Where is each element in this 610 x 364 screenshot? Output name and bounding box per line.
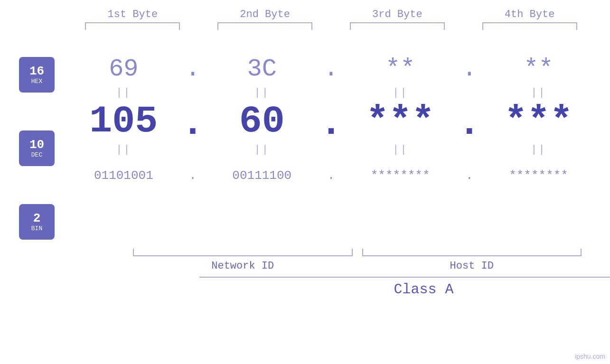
bracket-1 [85,22,180,30]
hex-b3-value: ** [385,55,415,83]
dec-b1-cell: 105 [71,100,176,143]
hex-badge-label: HEX [31,78,42,85]
eq1-b4: || [487,87,591,99]
dec-b2-cell: 60 [210,100,314,143]
class-row: Class A [199,277,610,298]
bin-b3-value: ******** [371,168,430,183]
bin-badge-label: BIN [31,225,42,232]
bin-b1-cell: 01101001 [71,168,176,183]
eq2-b3: || [348,144,452,156]
bracket-2 [217,22,312,30]
byte-headers: 1st Byte 2nd Byte 3rd Byte 4th Byte [0,9,610,20]
hex-b1-value: 69 [109,55,138,83]
byte1-label: 1st Byte [80,9,185,20]
bottom-brackets-row [133,249,582,256]
dec-badge-num: 10 [29,138,44,152]
hex-b3-cell: ** [348,55,452,83]
hex-dot1: . [186,55,200,83]
hex-b4-value: ** [524,55,553,83]
hex-b4-cell: ** [487,55,591,83]
bin-b2-cell: 00111100 [210,168,314,183]
bin-b4-value: ******** [509,168,568,183]
dec-dot3: . [462,102,477,140]
network-id-label: Network ID [133,260,353,272]
byte2-label: 2nd Byte [213,9,317,20]
bin-b1-value: 01101001 [94,168,153,183]
hex-row: 69 . 3C . ** . ** [66,52,596,85]
eq2-b1: || [71,144,176,156]
dec-badge-label: DEC [31,151,42,159]
eq1-b2: || [210,87,314,99]
bin-dot2: . [324,168,338,183]
hex-badge: 16 HEX [19,57,55,93]
eq1-b1: || [71,87,176,99]
top-brackets [0,22,610,30]
eq1-b3: || [348,87,452,99]
dec-row: 105 . 60 . *** . *** [66,100,596,142]
eq2-b4: || [487,144,591,156]
dec-b1-value: 105 [89,100,158,143]
dec-b3-value: *** [366,100,434,143]
bin-row: 01101001 . 00111100 . ******** . *******… [66,159,596,192]
hex-dot3: . [462,55,477,83]
content-area: 69 . 3C . ** . ** || || [66,47,596,326]
class-label-row: Class A [199,281,610,298]
badges-column: 16 HEX 10 DEC 2 BIN [19,57,55,240]
byte3-label: 3rd Byte [345,9,450,20]
bin-badge-num: 2 [33,212,41,225]
bin-badge: 2 BIN [19,204,55,240]
host-id-label: Host ID [362,260,582,272]
dec-b4-cell: *** [487,100,591,143]
dec-dot1: . [186,102,200,140]
dec-b4-value: *** [505,100,573,143]
hex-b2-cell: 3C [210,55,314,83]
bracket-4 [482,22,577,30]
host-bracket [362,249,582,256]
watermark: ipshu.com [575,353,605,360]
class-label: Class A [394,281,453,298]
dec-b2-value: 60 [239,100,285,143]
bin-b2-value: 00111100 [232,168,291,183]
bin-b4-cell: ******** [487,168,591,183]
network-bracket [133,249,353,256]
bin-dot1: . [186,168,200,183]
hex-dot2: . [324,55,338,83]
main-container: 1st Byte 2nd Byte 3rd Byte 4th Byte 16 H… [0,0,610,364]
eq-row-1: || || || || [66,85,596,100]
dec-b3-cell: *** [348,100,452,143]
byte4-label: 4th Byte [478,9,582,20]
class-line [199,277,610,278]
id-labels: Network ID Host ID [133,260,582,272]
bin-dot3: . [462,168,477,183]
bottom-section: Network ID Host ID Class A [133,249,582,302]
hex-b2-value: 3C [247,55,277,83]
bracket-3 [350,22,445,30]
bin-b3-cell: ******** [348,168,452,183]
eq2-b2: || [210,144,314,156]
dec-badge: 10 DEC [19,131,55,166]
hex-b1-cell: 69 [71,55,176,83]
dec-dot2: . [324,102,338,140]
hex-badge-num: 16 [29,65,44,78]
